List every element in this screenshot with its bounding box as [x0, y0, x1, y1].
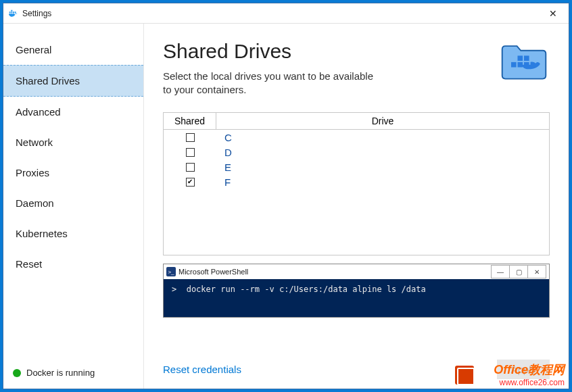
content-footer: Reset credentials Apply	[163, 353, 550, 383]
table-row: E	[164, 160, 549, 174]
drives-table: Shared Drive CDE✔F	[163, 112, 550, 255]
docker-icon	[7, 8, 18, 19]
sidebar-item-kubernetes[interactable]: Kubernetes	[3, 218, 143, 249]
titlebar: Settings ✕	[3, 3, 569, 24]
table-row: ✔F	[164, 174, 549, 189]
drive-label: C	[216, 132, 549, 143]
shared-checkbox[interactable]	[186, 148, 195, 157]
sidebar: GeneralShared DrivesAdvancedNetworkProxi…	[3, 24, 144, 389]
svg-rect-1	[518, 62, 523, 68]
powershell-panel: >_ Microsoft PowerShell — ▢ ✕ > docker r…	[163, 264, 550, 318]
ps-maximize-button[interactable]: ▢	[509, 265, 528, 278]
window-body: GeneralShared DrivesAdvancedNetworkProxi…	[3, 24, 569, 389]
shared-drives-folder-icon	[498, 40, 550, 82]
window-title: Settings	[22, 9, 51, 18]
close-icon: ✕	[549, 8, 557, 19]
drive-label: F	[216, 176, 549, 188]
content-header: Shared Drives Select the local drives yo…	[163, 40, 550, 96]
ps-close-button[interactable]: ✕	[527, 265, 546, 278]
sidebar-item-network[interactable]: Network	[3, 127, 143, 157]
table-row: D	[164, 145, 549, 160]
svg-rect-4	[524, 55, 529, 61]
powershell-title: Microsoft PowerShell	[178, 268, 248, 276]
status-bar: Docker is running	[3, 357, 143, 389]
status-text: Docker is running	[26, 368, 95, 378]
shared-checkbox[interactable]: ✔	[186, 178, 195, 187]
page-title: Shared Drives	[163, 40, 485, 63]
sidebar-item-shared-drives[interactable]: Shared Drives	[3, 65, 143, 97]
powershell-icon: >_	[166, 267, 176, 276]
shared-checkbox[interactable]	[186, 163, 195, 172]
settings-window: Settings ✕ GeneralShared DrivesAdvancedN…	[3, 3, 569, 389]
reset-credentials-link[interactable]: Reset credentials	[163, 364, 241, 375]
sidebar-item-general[interactable]: General	[3, 34, 143, 65]
apply-button[interactable]: Apply	[497, 360, 550, 379]
column-header-drive: Drive	[216, 113, 549, 129]
svg-rect-0	[511, 62, 517, 68]
status-dot-icon	[13, 369, 21, 377]
watermark-logo-icon	[455, 366, 474, 385]
column-header-shared: Shared	[164, 113, 216, 129]
table-row: C	[164, 130, 549, 145]
ps-minimize-button[interactable]: —	[491, 265, 510, 278]
drive-label: E	[216, 162, 549, 173]
sidebar-item-reset[interactable]: Reset	[3, 249, 143, 279]
content-pane: Shared Drives Select the local drives yo…	[144, 24, 569, 389]
shared-checkbox[interactable]	[186, 133, 195, 142]
sidebar-item-daemon[interactable]: Daemon	[3, 188, 143, 218]
svg-rect-3	[518, 55, 523, 61]
sidebar-item-proxies[interactable]: Proxies	[3, 157, 143, 188]
close-button[interactable]: ✕	[538, 3, 569, 23]
sidebar-item-advanced[interactable]: Advanced	[3, 97, 143, 127]
page-description: Select the local drives you want to be a…	[163, 70, 379, 96]
table-body: CDE✔F	[164, 130, 549, 189]
table-header: Shared Drive	[164, 113, 549, 130]
sidebar-items: GeneralShared DrivesAdvancedNetworkProxi…	[3, 24, 143, 279]
powershell-body: > docker run --rm -v c:/Users:/data alpi…	[164, 279, 549, 317]
drive-label: D	[216, 147, 549, 158]
powershell-titlebar: >_ Microsoft PowerShell — ▢ ✕	[164, 264, 549, 279]
